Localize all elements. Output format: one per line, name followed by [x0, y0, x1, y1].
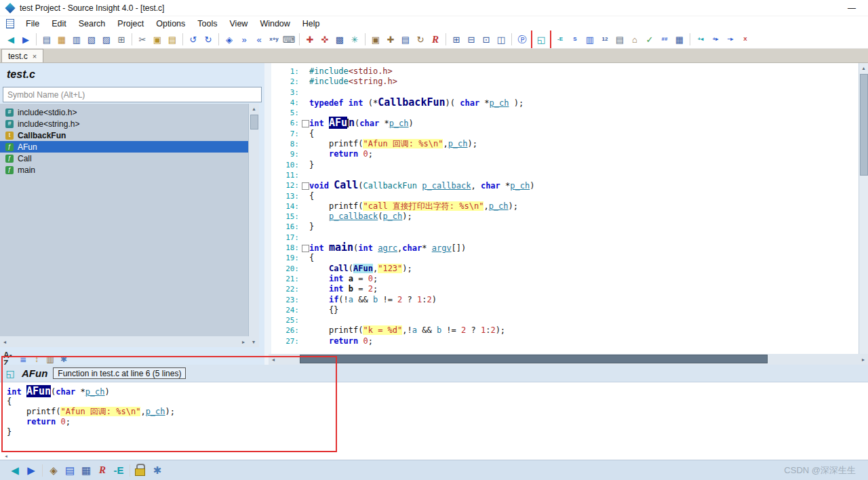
code-line-5[interactable]: 5: [271, 108, 859, 118]
context-hscrollbar[interactable]: ◂ [0, 453, 868, 460]
print-icon[interactable]: ⊞ [115, 33, 128, 46]
cascade-windows-icon[interactable]: ⊟ [465, 33, 478, 46]
editor-vscrollbar[interactable]: ▴ [859, 63, 868, 354]
scroll-up-icon[interactable]: ▴ [859, 63, 868, 73]
save-copy-icon[interactable]: ▨ [100, 33, 113, 46]
save-icon[interactable]: ▥ [70, 33, 83, 46]
menu-tools[interactable]: Tools [191, 19, 223, 28]
scroll-right-icon[interactable]: ▸ [859, 355, 868, 364]
nav-back-icon[interactable]: ◀ [7, 463, 22, 478]
code-line-9[interactable]: 9: return 0; [271, 149, 859, 159]
browse-forward-doc-icon[interactable]: » [237, 33, 251, 46]
menu-project[interactable]: Project [111, 19, 150, 28]
hscroll-track[interactable] [278, 354, 859, 365]
copy-icon[interactable]: ▣ [151, 33, 164, 46]
menu-search[interactable]: Search [73, 19, 112, 28]
code-line-8[interactable]: 8: printf("Afun 回调: %s\n",p_ch); [271, 139, 859, 149]
symbol-item-include-stdio-h[interactable]: #include<stdio.h> [0, 106, 248, 118]
renumber-icon[interactable]: ## [658, 33, 671, 46]
open-document-icon[interactable]: ▦ [55, 33, 68, 46]
code-line-10[interactable]: 10:} [271, 160, 859, 170]
code-line-11[interactable]: 11: [271, 170, 859, 180]
search-project-icon[interactable]: ✳ [348, 33, 361, 46]
code-line-27[interactable]: 27: return 0; [271, 336, 859, 346]
expression-evaluator-icon[interactable]: x+y [267, 33, 281, 46]
code-editor[interactable]: 1:#include<stdio.h>2:#include<string.h>3… [271, 63, 859, 354]
clip-window-icon[interactable]: ▥ [583, 33, 597, 46]
search-files-icon[interactable]: ▩ [333, 33, 347, 46]
menu-options[interactable]: Options [150, 19, 191, 28]
project-docs-icon[interactable]: ▤ [399, 33, 412, 46]
indent-right-icon[interactable]: +▸ [709, 33, 722, 46]
symbol-item-include-string-h[interactable]: #include<string.h> [0, 118, 248, 129]
symbol-list-scroll-corner[interactable]: ▾ [248, 336, 259, 347]
code-line-20[interactable]: 20: Call(AFun,"123"); [271, 264, 859, 274]
browse-back-doc-icon[interactable]: « [252, 33, 266, 46]
doc-view-icon[interactable]: ▥ [44, 355, 56, 365]
code-line-3[interactable]: 3: [271, 87, 859, 98]
code-line-2[interactable]: 2:#include<string.h> [271, 77, 859, 87]
file-browser-icon[interactable]: ▤ [62, 463, 77, 478]
minimize-button[interactable]: — [848, 3, 856, 13]
code-line-22[interactable]: 22: int b = 2; [271, 284, 859, 294]
scroll-left-icon[interactable]: ◂ [269, 355, 278, 364]
menu-file[interactable]: File [20, 19, 45, 28]
code-line-4[interactable]: 4:typedef int (*CallbackFun)( char *p_ch… [271, 98, 859, 108]
code-line-14[interactable]: 14: printf("call 直接打印出字符: %s\n",p_ch); [271, 201, 859, 212]
reference-list-icon[interactable]: ▦ [79, 463, 94, 478]
keyboard-macro-icon[interactable]: ⌨ [282, 33, 296, 46]
symbol-item-afun[interactable]: ƒAFun [0, 141, 248, 153]
cut-icon[interactable]: ✂ [136, 33, 149, 46]
lookup-symbol-icon[interactable]: ◈ [222, 33, 236, 46]
code-line-19[interactable]: 19:{ [271, 253, 859, 263]
tab-test.c[interactable]: test.c× [1, 49, 43, 62]
scroll-right-icon[interactable]: ▸ [239, 337, 248, 346]
inspect-window-icon[interactable]: -E [111, 463, 126, 478]
scroll-up-icon[interactable]: ▴ [250, 104, 259, 113]
code-line-13[interactable]: 13:{ [271, 191, 859, 201]
symbol-name-input[interactable] [3, 87, 262, 102]
editor-hscrollbar[interactable]: ◂ ▸ [269, 354, 868, 365]
context-code-preview[interactable]: int AFun(char *p_ch){ printf("Afun 回调: %… [0, 382, 868, 437]
search-replace-icon[interactable]: ✜ [318, 33, 332, 46]
fold-toggle-icon[interactable]: − [301, 118, 309, 128]
line-numbers-icon[interactable]: 12 [598, 33, 612, 46]
split-vertical-icon[interactable]: ◫ [494, 33, 508, 46]
code-line-16[interactable]: 16:} [271, 222, 859, 232]
menu-view[interactable]: View [224, 19, 254, 28]
code-line-12[interactable]: 12:−void Call(CallbackFun p_callback, ch… [271, 180, 859, 191]
symbol-item-call[interactable]: ƒCall [0, 153, 248, 164]
code-line-1[interactable]: 1:#include<stdio.h> [271, 66, 859, 77]
code-line-26[interactable]: 26: printf("k = %d",!a && b != 2 ? 1:2); [271, 325, 859, 336]
project-window-icon[interactable]: ▣ [369, 33, 382, 46]
file-overview-icon[interactable]: ▤ [613, 33, 627, 46]
vscroll-thumb[interactable] [250, 115, 258, 129]
code-line-7[interactable]: 7:{ [271, 129, 859, 139]
lock-icon[interactable] [134, 463, 149, 478]
project-add-file-icon[interactable]: ✚ [384, 33, 397, 46]
scroll-down-icon[interactable]: ▾ [249, 337, 258, 346]
syntax-check-icon[interactable]: ✓ [643, 33, 656, 46]
code-line-21[interactable]: 21: int a = 0; [271, 274, 859, 284]
symbol-browser-icon[interactable]: ◈ [46, 463, 61, 478]
undo-icon[interactable]: ↺ [186, 33, 200, 46]
hscroll-thumb[interactable] [300, 355, 768, 363]
tab-close-icon[interactable]: × [33, 52, 37, 60]
delete-line-icon[interactable]: X [738, 33, 752, 46]
relation-window-icon[interactable]: R [429, 33, 442, 46]
save-all-icon[interactable]: ▧ [85, 33, 98, 46]
context-window-toggle-icon[interactable]: ◱ [534, 33, 548, 46]
inspect-window-icon[interactable]: -E [553, 33, 567, 46]
symbol-list-vscrollbar[interactable]: ▴ [248, 104, 259, 336]
parse-status-icon[interactable]: Ⓟ [515, 33, 529, 46]
home-clipboard-icon[interactable]: ⌂ [628, 33, 642, 46]
menu-edit[interactable]: Edit [45, 19, 73, 28]
symbol-settings-icon[interactable]: ✱ [58, 355, 70, 365]
code-line-18[interactable]: 18:−int main(int agrc,char* argv[]) [271, 243, 859, 253]
sort-alphabetic-icon[interactable]: A-Z [3, 355, 16, 365]
code-line-24[interactable]: 24: {} [271, 305, 859, 315]
code-line-6[interactable]: 6:−int AFun(char *p_ch) [271, 118, 859, 128]
vscroll-thumb[interactable] [860, 74, 868, 176]
unindent-icon[interactable]: −▸ [724, 33, 737, 46]
menu-window[interactable]: Window [254, 19, 296, 28]
